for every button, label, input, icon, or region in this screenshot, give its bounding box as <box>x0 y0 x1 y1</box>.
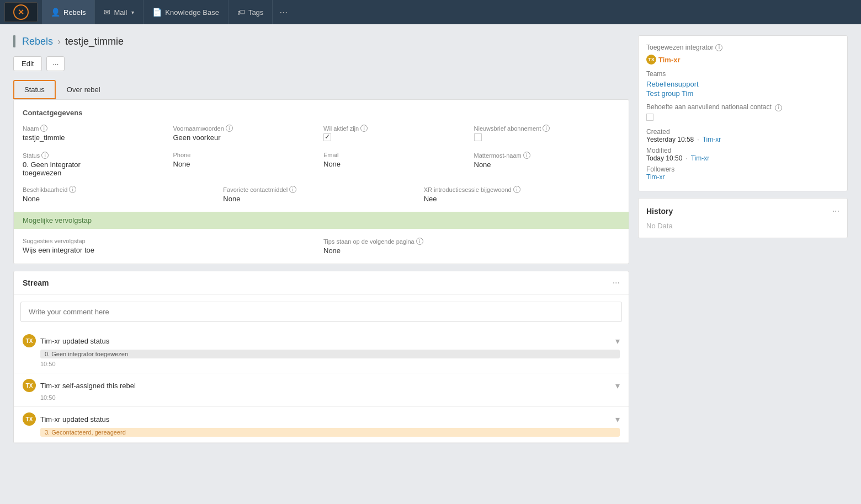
breadcrumb-parent[interactable]: Rebels <box>22 36 53 47</box>
edit-button[interactable]: Edit <box>13 56 42 71</box>
modified-user-link[interactable]: Tim-xr <box>691 154 710 162</box>
nav-tab-rebels[interactable]: 👤 Rebels <box>42 0 95 24</box>
integrator-name: TX Tim-xr <box>646 55 839 65</box>
field-favoriete: Favoriete contactmiddel i None <box>223 186 419 203</box>
history-card: History ··· No Data <box>638 198 848 238</box>
wil-aktief-checkbox[interactable] <box>323 133 331 141</box>
activity-item-1: TX Tim-xr updated status ▾ 0. Geen integ… <box>14 329 629 373</box>
stream-header: Stream ··· <box>14 271 629 295</box>
comment-input[interactable] <box>20 302 622 322</box>
tab-over-rebel[interactable]: Over rebel <box>56 80 111 99</box>
breadcrumb-bar <box>13 35 15 47</box>
mattermost-info-icon[interactable]: i <box>523 152 530 159</box>
naam-info-icon[interactable]: i <box>40 125 47 132</box>
field-suggesties-label: Suggesties vervolgstap <box>23 238 319 244</box>
tab-bar: Status Over rebel <box>13 80 629 99</box>
behoefte-checkbox[interactable] <box>646 114 653 121</box>
created-user-link[interactable]: Tim-xr <box>703 136 721 143</box>
activity-chevron-2[interactable]: ▾ <box>615 380 620 391</box>
followers-value[interactable]: Tim-xr <box>646 173 665 181</box>
activity-user-row-1: TX Tim-xr updated status <box>23 334 109 347</box>
activity-user-row-3: TX Tim-xr updated status <box>23 412 109 426</box>
mail-dropdown-icon: ▾ <box>131 9 134 15</box>
field-email-value: None <box>323 160 470 168</box>
vervolgstap-fields: Suggesties vervolgstap Wijs een integrat… <box>23 238 620 255</box>
contact-card: Contactgegevens Naam i testje_timmie Voo… <box>13 99 629 264</box>
team-test-group-tim[interactable]: Test group Tim <box>646 89 839 98</box>
field-naam-value: testje_timmie <box>23 133 169 142</box>
created-value: Yesterday 10:58 <box>646 136 694 143</box>
teams-label: Teams <box>646 70 839 78</box>
beschikbaarheid-info-icon[interactable]: i <box>69 186 76 193</box>
breadcrumb-current: testje_timmie <box>65 36 124 47</box>
field-email: Email None <box>323 152 470 177</box>
field-xr-intro-value: Nee <box>424 195 620 203</box>
activity-chevron-1[interactable]: ▾ <box>615 336 620 346</box>
tab-status[interactable]: Status <box>13 80 56 99</box>
knowledge-base-icon: 📄 <box>152 8 162 17</box>
modified-row: Today 10:50 · Tim-xr <box>646 154 839 162</box>
more-options-button[interactable]: ··· <box>46 56 65 71</box>
activity-badge-3: 3. Gecontacteerd, gereageerd <box>40 428 620 437</box>
activity-text-3: Tim-xr updated status <box>40 415 109 423</box>
followers-row: Tim-xr <box>646 173 839 181</box>
contact-fields-row1: Naam i testje_timmie Voornaamwoorden i G… <box>23 125 620 143</box>
integrator-info-icon[interactable]: i <box>715 44 722 51</box>
avatar-1: TX <box>23 334 36 347</box>
voornaamwoorden-info-icon[interactable]: i <box>226 125 233 132</box>
activity-user-row-2: TX Tim-xr self-assigned this rebel <box>23 379 136 392</box>
field-mattermost: Mattermost-naam i None <box>474 152 620 177</box>
wil-aktief-info-icon[interactable]: i <box>360 125 368 132</box>
field-xr-intro-label: XR introductiesessie bijgewoond i <box>424 186 620 193</box>
top-navigation: ✕ 👤 Rebels ✉ Mail ▾ 📄 Knowledge Base 🏷 T… <box>0 0 861 24</box>
field-mattermost-label: Mattermost-naam i <box>474 152 620 159</box>
modified-value: Today 10:50 <box>646 154 682 162</box>
contact-card-body: Contactgegevens Naam i testje_timmie Voo… <box>14 100 629 212</box>
nav-tab-tags[interactable]: 🏷 Tags <box>228 0 273 24</box>
field-voornaamwoorden: Voornaamwoorden i Geen voorkeur <box>173 125 320 143</box>
activity-chevron-3[interactable]: ▾ <box>615 414 620 425</box>
nav-tab-mail[interactable]: ✉ Mail ▾ <box>95 0 144 24</box>
created-row: Yesterday 10:58 · Tim-xr <box>646 136 839 143</box>
stream-title: Stream <box>23 278 49 287</box>
stream-more-button[interactable]: ··· <box>613 278 620 288</box>
vervolgstap-section: Mogelijke vervolgstap <box>14 212 629 229</box>
main-content: Rebels › testje_timmie Edit ··· Status O… <box>0 24 861 461</box>
history-more-button[interactable]: ··· <box>832 206 839 216</box>
activity-header-3: TX Tim-xr updated status ▾ <box>23 412 620 426</box>
activity-item-3: TX Tim-xr updated status ▾ 3. Gecontacte… <box>14 407 629 443</box>
integrator-avatar: TX <box>646 55 656 65</box>
field-voornaamwoorden-label: Voornaamwoorden i <box>173 125 320 132</box>
field-wil-aktief-value <box>323 133 470 143</box>
history-no-data: No Data <box>646 222 839 230</box>
field-xr-intro: XR introductiesessie bijgewoond i Nee <box>424 186 620 203</box>
status-info-icon[interactable]: i <box>41 152 49 159</box>
contact-section-title: Contactgegevens <box>23 109 620 117</box>
field-beschikbaarheid: Beschikbaarheid i None <box>23 186 219 203</box>
activity-header-1: TX Tim-xr updated status ▾ <box>23 334 620 347</box>
integrator-label: Toegewezen integrator i <box>646 44 839 51</box>
contact-fields-row2: Status i 0. Geen integrator toegewezen P… <box>23 152 620 177</box>
team-rebellensupport[interactable]: Rebellensupport <box>646 80 839 88</box>
tips-info-icon[interactable]: i <box>416 238 423 245</box>
nieuwsbrief-checkbox[interactable] <box>474 133 482 141</box>
nav-tab-knowledge-base[interactable]: 📄 Knowledge Base <box>144 0 228 24</box>
xr-intro-info-icon[interactable]: i <box>513 186 520 193</box>
field-naam: Naam i testje_timmie <box>23 125 169 143</box>
activity-text-2: Tim-xr self-assigned this rebel <box>40 382 136 390</box>
nav-more-button[interactable]: ··· <box>273 7 294 18</box>
contact-fields-row3: Beschikbaarheid i None Favoriete contact… <box>23 186 620 203</box>
behoefte-info-icon[interactable]: i <box>775 104 782 111</box>
field-suggesties-value: Wijs een integrator toe <box>23 246 319 254</box>
field-email-label: Email <box>323 152 470 158</box>
nieuwsbrief-info-icon[interactable]: i <box>543 125 550 132</box>
history-header: History ··· <box>646 206 839 216</box>
history-title: History <box>646 207 673 216</box>
favoriete-info-icon[interactable]: i <box>289 186 296 193</box>
field-phone-value: None <box>173 160 320 168</box>
field-mattermost-value: None <box>474 160 620 169</box>
field-favoriete-value: None <box>223 195 419 203</box>
right-panel: Toegewezen integrator i TX Tim-xr Teams … <box>638 35 848 238</box>
field-tips-value: None <box>323 246 620 255</box>
field-beschikbaarheid-label: Beschikbaarheid i <box>23 186 219 193</box>
